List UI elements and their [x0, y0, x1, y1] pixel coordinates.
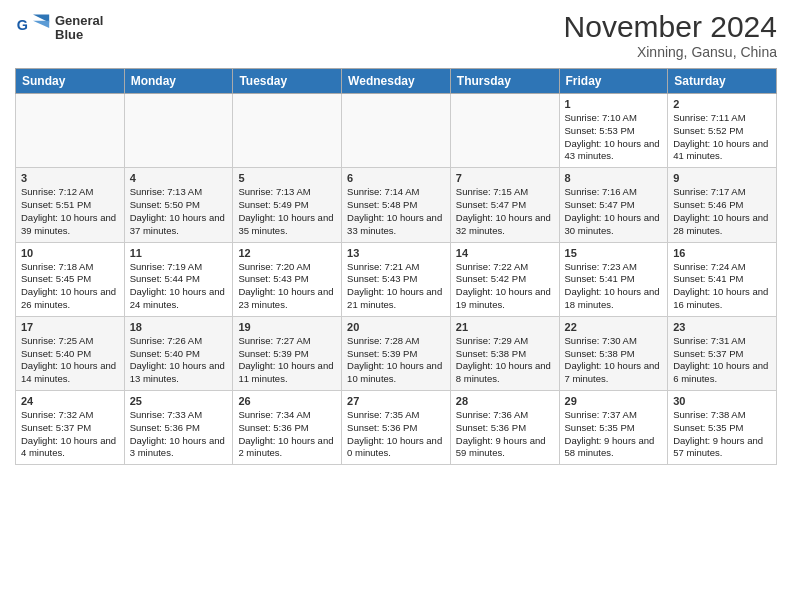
calendar-table: SundayMondayTuesdayWednesdayThursdayFrid… — [15, 68, 777, 465]
day-number: 15 — [565, 247, 663, 259]
calendar-cell: 6Sunrise: 7:14 AM Sunset: 5:48 PM Daylig… — [342, 168, 451, 242]
calendar-cell: 27Sunrise: 7:35 AM Sunset: 5:36 PM Dayli… — [342, 391, 451, 465]
day-number: 11 — [130, 247, 228, 259]
day-info: Sunrise: 7:13 AM Sunset: 5:49 PM Dayligh… — [238, 186, 336, 237]
calendar-cell — [233, 94, 342, 168]
calendar-cell: 26Sunrise: 7:34 AM Sunset: 5:36 PM Dayli… — [233, 391, 342, 465]
weekday-header-thursday: Thursday — [450, 69, 559, 94]
day-info: Sunrise: 7:18 AM Sunset: 5:45 PM Dayligh… — [21, 261, 119, 312]
weekday-header-monday: Monday — [124, 69, 233, 94]
logo-icon: G — [15, 10, 51, 46]
weekday-header-row: SundayMondayTuesdayWednesdayThursdayFrid… — [16, 69, 777, 94]
calendar-cell: 24Sunrise: 7:32 AM Sunset: 5:37 PM Dayli… — [16, 391, 125, 465]
day-number: 26 — [238, 395, 336, 407]
day-info: Sunrise: 7:22 AM Sunset: 5:42 PM Dayligh… — [456, 261, 554, 312]
calendar-cell: 30Sunrise: 7:38 AM Sunset: 5:35 PM Dayli… — [668, 391, 777, 465]
day-info: Sunrise: 7:35 AM Sunset: 5:36 PM Dayligh… — [347, 409, 445, 460]
calendar-subtitle: Xinning, Gansu, China — [564, 44, 777, 60]
day-number: 25 — [130, 395, 228, 407]
calendar-cell: 7Sunrise: 7:15 AM Sunset: 5:47 PM Daylig… — [450, 168, 559, 242]
day-number: 3 — [21, 172, 119, 184]
calendar-cell: 5Sunrise: 7:13 AM Sunset: 5:49 PM Daylig… — [233, 168, 342, 242]
calendar-cell: 21Sunrise: 7:29 AM Sunset: 5:38 PM Dayli… — [450, 316, 559, 390]
day-number: 6 — [347, 172, 445, 184]
day-number: 29 — [565, 395, 663, 407]
weekday-header-tuesday: Tuesday — [233, 69, 342, 94]
week-row-4: 17Sunrise: 7:25 AM Sunset: 5:40 PM Dayli… — [16, 316, 777, 390]
day-info: Sunrise: 7:12 AM Sunset: 5:51 PM Dayligh… — [21, 186, 119, 237]
day-number: 4 — [130, 172, 228, 184]
day-number: 30 — [673, 395, 771, 407]
calendar-cell: 11Sunrise: 7:19 AM Sunset: 5:44 PM Dayli… — [124, 242, 233, 316]
day-info: Sunrise: 7:33 AM Sunset: 5:36 PM Dayligh… — [130, 409, 228, 460]
week-row-5: 24Sunrise: 7:32 AM Sunset: 5:37 PM Dayli… — [16, 391, 777, 465]
day-info: Sunrise: 7:14 AM Sunset: 5:48 PM Dayligh… — [347, 186, 445, 237]
day-info: Sunrise: 7:25 AM Sunset: 5:40 PM Dayligh… — [21, 335, 119, 386]
calendar-cell: 13Sunrise: 7:21 AM Sunset: 5:43 PM Dayli… — [342, 242, 451, 316]
day-number: 12 — [238, 247, 336, 259]
calendar-cell: 23Sunrise: 7:31 AM Sunset: 5:37 PM Dayli… — [668, 316, 777, 390]
weekday-header-friday: Friday — [559, 69, 668, 94]
week-row-3: 10Sunrise: 7:18 AM Sunset: 5:45 PM Dayli… — [16, 242, 777, 316]
header: G General Blue November 2024 Xinning, Ga… — [15, 10, 777, 60]
calendar-cell: 19Sunrise: 7:27 AM Sunset: 5:39 PM Dayli… — [233, 316, 342, 390]
day-info: Sunrise: 7:38 AM Sunset: 5:35 PM Dayligh… — [673, 409, 771, 460]
day-info: Sunrise: 7:23 AM Sunset: 5:41 PM Dayligh… — [565, 261, 663, 312]
calendar-cell — [124, 94, 233, 168]
calendar-cell: 9Sunrise: 7:17 AM Sunset: 5:46 PM Daylig… — [668, 168, 777, 242]
calendar-cell: 12Sunrise: 7:20 AM Sunset: 5:43 PM Dayli… — [233, 242, 342, 316]
day-info: Sunrise: 7:19 AM Sunset: 5:44 PM Dayligh… — [130, 261, 228, 312]
calendar-cell: 20Sunrise: 7:28 AM Sunset: 5:39 PM Dayli… — [342, 316, 451, 390]
day-number: 1 — [565, 98, 663, 110]
day-number: 14 — [456, 247, 554, 259]
day-number: 5 — [238, 172, 336, 184]
week-row-1: 1Sunrise: 7:10 AM Sunset: 5:53 PM Daylig… — [16, 94, 777, 168]
calendar-cell: 2Sunrise: 7:11 AM Sunset: 5:52 PM Daylig… — [668, 94, 777, 168]
calendar-title: November 2024 — [564, 10, 777, 44]
day-info: Sunrise: 7:28 AM Sunset: 5:39 PM Dayligh… — [347, 335, 445, 386]
calendar-cell — [16, 94, 125, 168]
calendar-cell: 17Sunrise: 7:25 AM Sunset: 5:40 PM Dayli… — [16, 316, 125, 390]
logo: G General Blue — [15, 10, 103, 46]
calendar-cell: 3Sunrise: 7:12 AM Sunset: 5:51 PM Daylig… — [16, 168, 125, 242]
calendar-cell: 29Sunrise: 7:37 AM Sunset: 5:35 PM Dayli… — [559, 391, 668, 465]
calendar-cell: 25Sunrise: 7:33 AM Sunset: 5:36 PM Dayli… — [124, 391, 233, 465]
title-block: November 2024 Xinning, Gansu, China — [564, 10, 777, 60]
day-number: 19 — [238, 321, 336, 333]
day-number: 23 — [673, 321, 771, 333]
calendar-cell: 8Sunrise: 7:16 AM Sunset: 5:47 PM Daylig… — [559, 168, 668, 242]
day-info: Sunrise: 7:10 AM Sunset: 5:53 PM Dayligh… — [565, 112, 663, 163]
weekday-header-wednesday: Wednesday — [342, 69, 451, 94]
day-number: 24 — [21, 395, 119, 407]
calendar-cell: 14Sunrise: 7:22 AM Sunset: 5:42 PM Dayli… — [450, 242, 559, 316]
day-number: 22 — [565, 321, 663, 333]
day-number: 18 — [130, 321, 228, 333]
calendar-cell: 1Sunrise: 7:10 AM Sunset: 5:53 PM Daylig… — [559, 94, 668, 168]
page-container: G General Blue November 2024 Xinning, Ga… — [0, 0, 792, 480]
calendar-cell: 18Sunrise: 7:26 AM Sunset: 5:40 PM Dayli… — [124, 316, 233, 390]
day-number: 27 — [347, 395, 445, 407]
calendar-cell: 15Sunrise: 7:23 AM Sunset: 5:41 PM Dayli… — [559, 242, 668, 316]
day-info: Sunrise: 7:26 AM Sunset: 5:40 PM Dayligh… — [130, 335, 228, 386]
day-info: Sunrise: 7:24 AM Sunset: 5:41 PM Dayligh… — [673, 261, 771, 312]
day-number: 13 — [347, 247, 445, 259]
calendar-cell: 22Sunrise: 7:30 AM Sunset: 5:38 PM Dayli… — [559, 316, 668, 390]
day-number: 28 — [456, 395, 554, 407]
calendar-cell: 4Sunrise: 7:13 AM Sunset: 5:50 PM Daylig… — [124, 168, 233, 242]
day-info: Sunrise: 7:11 AM Sunset: 5:52 PM Dayligh… — [673, 112, 771, 163]
logo-text: General Blue — [55, 14, 103, 43]
weekday-header-saturday: Saturday — [668, 69, 777, 94]
week-row-2: 3Sunrise: 7:12 AM Sunset: 5:51 PM Daylig… — [16, 168, 777, 242]
day-number: 9 — [673, 172, 771, 184]
day-info: Sunrise: 7:20 AM Sunset: 5:43 PM Dayligh… — [238, 261, 336, 312]
day-info: Sunrise: 7:34 AM Sunset: 5:36 PM Dayligh… — [238, 409, 336, 460]
calendar-cell: 28Sunrise: 7:36 AM Sunset: 5:36 PM Dayli… — [450, 391, 559, 465]
logo-line1: General — [55, 14, 103, 28]
day-info: Sunrise: 7:17 AM Sunset: 5:46 PM Dayligh… — [673, 186, 771, 237]
day-info: Sunrise: 7:32 AM Sunset: 5:37 PM Dayligh… — [21, 409, 119, 460]
day-number: 10 — [21, 247, 119, 259]
day-number: 17 — [21, 321, 119, 333]
calendar-cell: 16Sunrise: 7:24 AM Sunset: 5:41 PM Dayli… — [668, 242, 777, 316]
day-info: Sunrise: 7:36 AM Sunset: 5:36 PM Dayligh… — [456, 409, 554, 460]
day-info: Sunrise: 7:13 AM Sunset: 5:50 PM Dayligh… — [130, 186, 228, 237]
